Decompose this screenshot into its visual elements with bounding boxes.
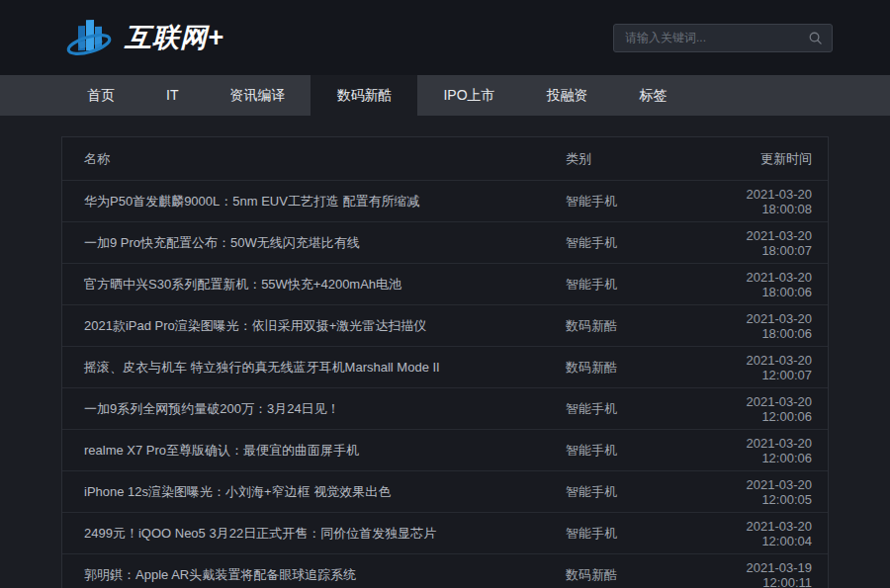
column-header-updated: 更新时间 xyxy=(694,150,828,168)
table-row[interactable]: 官方晒中兴S30系列配置新机：55W快充+4200mAh电池 智能手机 2021… xyxy=(62,263,828,304)
article-title[interactable]: realme X7 Pro至尊版确认：最便宜的曲面屏手机 xyxy=(62,442,566,460)
article-title[interactable]: 2499元！iQOO Neo5 3月22日正式开售：同价位首发独显芯片 xyxy=(62,525,566,543)
logo[interactable]: 互联网+ xyxy=(65,14,224,61)
table-row[interactable]: 2499元！iQOO Neo5 3月22日正式开售：同价位首发独显芯片 智能手机… xyxy=(62,512,828,553)
content-area: 名称 类别 更新时间 华为P50首发麒麟9000L：5nm EUV工艺打造 配置… xyxy=(0,116,890,588)
article-category[interactable]: 数码新酷 xyxy=(566,317,694,335)
article-updated: 2021-03-20 12:00:07 xyxy=(694,353,828,382)
article-title[interactable]: 一加9系列全网预约量破200万：3月24日见！ xyxy=(62,400,566,418)
article-title[interactable]: 一加9 Pro快充配置公布：50W无线闪充堪比有线 xyxy=(62,234,566,252)
search-box xyxy=(613,24,833,52)
nav-item-invest[interactable]: 投融资 xyxy=(521,75,614,116)
table-header-row: 名称 类别 更新时间 xyxy=(62,137,828,180)
article-title[interactable]: 华为P50首发麒麟9000L：5nm EUV工艺打造 配置有所缩减 xyxy=(62,193,566,210)
search-input[interactable] xyxy=(625,31,808,44)
article-category[interactable]: 数码新酷 xyxy=(566,566,694,584)
article-category[interactable]: 智能手机 xyxy=(566,276,694,294)
article-category[interactable]: 智能手机 xyxy=(566,483,694,501)
app-header: 互联网+ xyxy=(0,0,890,75)
nav-item-news[interactable]: 资讯编译 xyxy=(204,75,311,116)
nav-item-home[interactable]: 首页 xyxy=(61,75,140,116)
column-header-category: 类别 xyxy=(566,150,694,168)
article-updated: 2021-03-20 12:00:05 xyxy=(694,477,828,507)
nav-item-digital[interactable]: 数码新酷 xyxy=(311,75,417,116)
nav-item-tags[interactable]: 标签 xyxy=(614,75,693,116)
nav-item-ipo[interactable]: IPO上市 xyxy=(417,75,520,116)
article-updated: 2021-03-20 18:00:06 xyxy=(694,311,828,341)
search-icon[interactable] xyxy=(808,31,823,45)
logo-text: 互联网+ xyxy=(125,20,224,55)
article-updated: 2021-03-20 12:00:06 xyxy=(694,394,828,424)
article-category[interactable]: 智能手机 xyxy=(566,442,694,460)
table-row[interactable]: 2021款iPad Pro渲染图曝光：依旧采用双摄+激光雷达扫描仪 数码新酷 2… xyxy=(62,304,828,346)
table-row[interactable]: 摇滚、皮衣与机车 特立独行的真无线蓝牙耳机Marshall Mode II 数码… xyxy=(62,346,828,387)
table-row[interactable]: 郭明錤：Apple AR头戴装置将配备眼球追踪系统 数码新酷 2021-03-1… xyxy=(62,553,828,588)
article-title[interactable]: iPhone 12s渲染图曝光：小刘海+窄边框 视觉效果出色 xyxy=(62,483,566,501)
article-updated: 2021-03-19 12:00:11 xyxy=(694,560,828,588)
article-category[interactable]: 智能手机 xyxy=(566,525,694,543)
column-header-name: 名称 xyxy=(62,150,566,168)
article-category[interactable]: 智能手机 xyxy=(566,400,694,418)
table-row[interactable]: iPhone 12s渲染图曝光：小刘海+窄边框 视觉效果出色 智能手机 2021… xyxy=(62,470,828,512)
table-row[interactable]: 一加9 Pro快充配置公布：50W无线闪充堪比有线 智能手机 2021-03-2… xyxy=(62,221,828,263)
table-row[interactable]: realme X7 Pro至尊版确认：最便宜的曲面屏手机 智能手机 2021-0… xyxy=(62,429,828,470)
article-updated: 2021-03-20 18:00:08 xyxy=(694,187,828,216)
article-updated: 2021-03-20 18:00:06 xyxy=(694,270,828,299)
article-updated: 2021-03-20 12:00:04 xyxy=(694,519,828,548)
article-title[interactable]: 郭明錤：Apple AR头戴装置将配备眼球追踪系统 xyxy=(62,566,566,584)
article-category[interactable]: 数码新酷 xyxy=(566,359,694,377)
article-title[interactable]: 摇滚、皮衣与机车 特立独行的真无线蓝牙耳机Marshall Mode II xyxy=(62,359,566,377)
table-row[interactable]: 一加9系列全网预约量破200万：3月24日见！ 智能手机 2021-03-20 … xyxy=(62,387,828,429)
article-category[interactable]: 智能手机 xyxy=(566,193,694,210)
article-table: 名称 类别 更新时间 华为P50首发麒麟9000L：5nm EUV工艺打造 配置… xyxy=(61,136,829,588)
article-title[interactable]: 2021款iPad Pro渲染图曝光：依旧采用双摄+激光雷达扫描仪 xyxy=(62,317,566,335)
main-nav: 首页 IT 资讯编译 数码新酷 IPO上市 投融资 标签 xyxy=(0,75,890,116)
article-title[interactable]: 官方晒中兴S30系列配置新机：55W快充+4200mAh电池 xyxy=(62,276,566,294)
logo-building-icon xyxy=(65,14,113,61)
article-updated: 2021-03-20 18:00:07 xyxy=(694,228,828,258)
table-row[interactable]: 华为P50首发麒麟9000L：5nm EUV工艺打造 配置有所缩减 智能手机 2… xyxy=(62,180,828,221)
article-category[interactable]: 智能手机 xyxy=(566,234,694,252)
nav-item-it[interactable]: IT xyxy=(140,75,204,116)
article-updated: 2021-03-20 12:00:06 xyxy=(694,436,828,465)
